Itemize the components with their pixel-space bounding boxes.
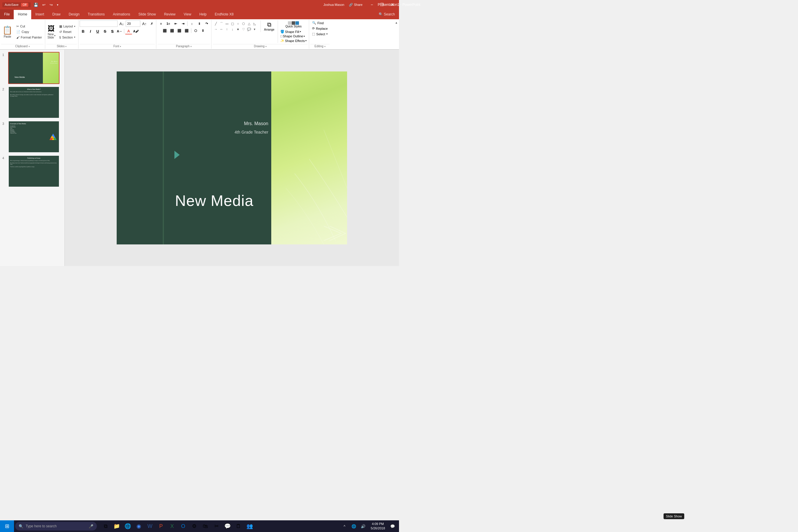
curve-shape-button[interactable]: ⌒ (219, 21, 224, 26)
text-direction-button[interactable]: ↷ (203, 20, 210, 27)
clipboard-label[interactable]: Clipboard ▾ (1, 44, 44, 49)
decrease-indent-button[interactable]: ⇤ (172, 20, 179, 27)
shadow-button[interactable]: S (109, 28, 116, 34)
justify-button[interactable]: ⬛ (183, 27, 190, 34)
align-center-button[interactable]: ⬛ (169, 27, 176, 34)
paste-button[interactable]: 📋 Paste (1, 25, 14, 39)
tab-slideshow[interactable]: Slide Show (134, 10, 160, 19)
rtriangle-shape-button[interactable]: ◺ (252, 21, 257, 26)
line-shape-button[interactable]: ╱ (213, 21, 218, 26)
redo-button[interactable]: ↪ (49, 2, 54, 7)
find-button[interactable]: 🔍 Find (310, 20, 325, 25)
char-spacing-button[interactable]: A↔ (116, 28, 123, 34)
slide-3-item[interactable]: 3 Examples of New Media Google DriveVirt… (2, 121, 62, 153)
slide-4-thumbnail[interactable]: Publishing an Essay We're using technolo… (8, 155, 59, 187)
tab-animations[interactable]: Animations (109, 10, 134, 19)
numbering-button[interactable]: 1≡ (165, 20, 172, 27)
select-button[interactable]: ⬚ Select ▾ (310, 32, 329, 36)
tab-transitions[interactable]: Transitions (84, 10, 109, 19)
slide-1-thumbnail[interactable]: New Media Mrs. Mason 4th Grade Teacher (8, 52, 59, 84)
slide-title[interactable]: New Media (175, 192, 253, 209)
section-button[interactable]: § Section ▾ (57, 35, 77, 40)
slide-main[interactable]: Mrs. Mason 4th Grade Teacher New Media (117, 72, 347, 244)
canvas-area[interactable]: Mrs. Mason 4th Grade Teacher New Media (65, 50, 399, 266)
slide-subtitle1[interactable]: Mrs. Mason (244, 121, 268, 126)
new-slide-dropdown-icon[interactable]: ▾ (54, 34, 55, 37)
slide-3-thumbnail[interactable]: Examples of New Media Google DriveVirtua… (8, 121, 59, 153)
cut-button[interactable]: ✂ Cut (15, 24, 44, 29)
align-right-button[interactable]: ⬛ (176, 27, 183, 34)
collapse-ribbon-button[interactable]: ▲ (394, 20, 399, 49)
tab-file[interactable]: File (0, 10, 14, 19)
quick-styles-button[interactable]: Quick Styles (279, 20, 308, 29)
tab-help[interactable]: Help (195, 10, 211, 19)
slide-2-thumbnail[interactable]: What is New Media? New media refers to t… (8, 86, 59, 118)
font-size-input[interactable] (126, 20, 140, 27)
undo-button[interactable]: ↩ (41, 2, 47, 7)
hexagon-shape-button[interactable]: ⬡ (241, 21, 246, 26)
triangle-shape-button[interactable]: △ (246, 21, 252, 26)
paragraph-spacing-button[interactable]: ⇕ (200, 27, 207, 34)
save-button[interactable]: 💾 (32, 2, 39, 7)
decrease-font-button[interactable]: A↓ (118, 20, 125, 27)
replace-button[interactable]: ⟳ Replace (310, 26, 329, 31)
bold-button[interactable]: B (80, 28, 87, 34)
darrow-shape-button[interactable]: ↓ (230, 26, 235, 32)
columns-button[interactable]: ⫴ (196, 20, 203, 27)
align-left-button[interactable]: ⬛ (161, 27, 168, 34)
format-painter-button[interactable]: 🖌 Format Painter (15, 35, 44, 40)
clear-format-button[interactable]: ✗ (149, 20, 155, 27)
text-highlight-button[interactable]: A🖌 (132, 28, 139, 34)
italic-button[interactable]: I (87, 28, 94, 34)
customize-qa-button[interactable]: ▾ (56, 3, 59, 7)
rect-shape-button[interactable]: ▭ (224, 21, 230, 26)
more-shapes-button[interactable]: ▾ (252, 26, 257, 32)
shape-fill-button[interactable]: 🪣 Shape Fill ▾ (279, 30, 308, 34)
font-color-button[interactable]: A (125, 28, 132, 34)
autosave-toggle[interactable]: Off (21, 3, 28, 7)
shape-effects-button[interactable]: ✨ Shape Effects ▾ (279, 38, 308, 43)
double-arrow-button[interactable]: ↔ (219, 26, 224, 32)
autosave-indicator[interactable]: AutoSave Off (2, 2, 31, 7)
slide-subtitle2[interactable]: 4th Grade Teacher (234, 130, 268, 134)
tab-review[interactable]: Review (160, 10, 179, 19)
arrow-shape-button[interactable]: → (213, 26, 218, 32)
underline-button[interactable]: U (94, 28, 101, 34)
uarrow-shape-button[interactable]: ↑ (224, 26, 230, 32)
drawing-label[interactable]: Drawing ▾ (213, 44, 308, 49)
smart-art-convert-button[interactable]: ⬡ (192, 27, 199, 34)
line-spacing-button[interactable]: ↕ (188, 20, 195, 27)
strikethrough-button[interactable]: S (101, 28, 109, 34)
tab-home[interactable]: Home (14, 10, 31, 19)
tab-view[interactable]: View (180, 10, 195, 19)
slide-4-item[interactable]: 4 Publishing an Essay We're using techno… (2, 155, 62, 187)
reset-button[interactable]: ↺ Reset (57, 30, 77, 34)
slide-2-item[interactable]: 2 What is New Media? New media refers to… (2, 86, 62, 118)
heart-shape-button[interactable]: ♡ (241, 26, 246, 32)
arrange-button[interactable]: ⧉ Arrange (262, 20, 277, 32)
new-slide-button[interactable]: 🖼 New Slide ▾ (46, 24, 57, 40)
tab-insert[interactable]: Insert (31, 10, 48, 19)
star-shape-button[interactable]: ★ (235, 26, 241, 32)
font-name-input[interactable] (80, 20, 117, 27)
callout-shape-button[interactable]: 💬 (246, 26, 252, 32)
tab-endnote[interactable]: EndNote X8 (211, 10, 238, 19)
share-button[interactable]: 🔗 Share (349, 3, 362, 7)
tab-draw[interactable]: Draw (48, 10, 64, 19)
circle-shape-button[interactable]: ○ (235, 21, 241, 26)
shape-outline-button[interactable]: □ Shape Outline ▾ (279, 34, 308, 38)
tab-search[interactable]: 🔍 Search (375, 10, 399, 19)
increase-font-button[interactable]: A↑ (141, 20, 148, 27)
bullets-button[interactable]: ≡ (157, 20, 165, 27)
minimize-button[interactable]: − (368, 2, 375, 7)
increase-indent-button[interactable]: ⇥ (179, 20, 186, 27)
slide-1-item[interactable]: 1 New Media Mrs. Mason 4th Grade Teacher (2, 52, 62, 84)
slides-label[interactable]: Slides ▾ (46, 44, 77, 49)
rounded-rect-shape-button[interactable]: ▢ (230, 21, 235, 26)
copy-button[interactable]: 📄 Copy (15, 30, 44, 34)
paragraph-label[interactable]: Paragraph ▾ (157, 44, 210, 49)
layout-button[interactable]: ▦ Layout ▾ (57, 24, 77, 29)
editing-label[interactable]: Editing ▾ (310, 44, 329, 49)
font-label[interactable]: Font ▾ (80, 44, 155, 49)
tab-design[interactable]: Design (64, 10, 83, 19)
